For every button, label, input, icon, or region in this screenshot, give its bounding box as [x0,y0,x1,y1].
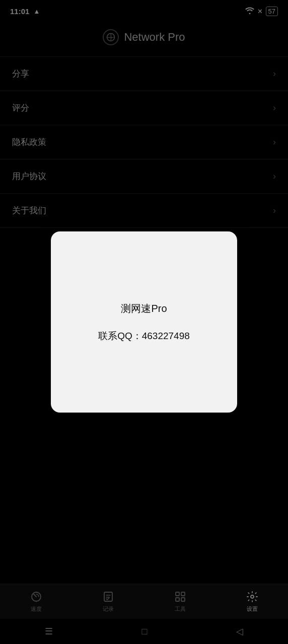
dialog-overlay[interactable]: 测网速Pro 联系QQ：463227498 [0,0,288,644]
about-dialog: 测网速Pro 联系QQ：463227498 [51,231,237,413]
dialog-contact: 联系QQ：463227498 [98,330,190,343]
dialog-title: 测网速Pro [121,302,167,315]
